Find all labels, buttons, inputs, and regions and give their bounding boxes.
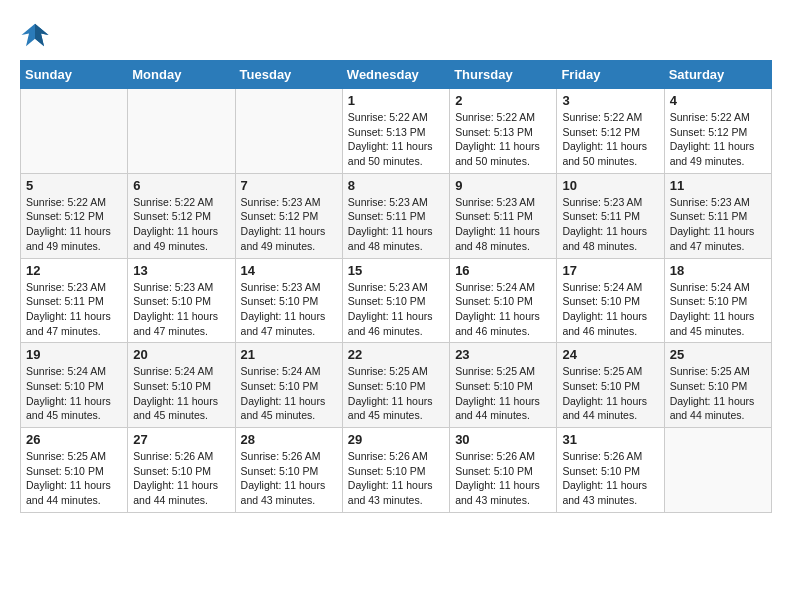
calendar-cell: 11Sunrise: 5:23 AMSunset: 5:11 PMDayligh… xyxy=(664,173,771,258)
day-info: Sunrise: 5:23 AMSunset: 5:11 PMDaylight:… xyxy=(455,195,551,254)
day-info: Sunrise: 5:24 AMSunset: 5:10 PMDaylight:… xyxy=(670,280,766,339)
day-info: Sunrise: 5:23 AMSunset: 5:11 PMDaylight:… xyxy=(562,195,658,254)
day-info: Sunrise: 5:22 AMSunset: 5:12 PMDaylight:… xyxy=(670,110,766,169)
calendar-cell: 16Sunrise: 5:24 AMSunset: 5:10 PMDayligh… xyxy=(450,258,557,343)
day-info: Sunrise: 5:24 AMSunset: 5:10 PMDaylight:… xyxy=(241,364,337,423)
calendar-cell: 2Sunrise: 5:22 AMSunset: 5:13 PMDaylight… xyxy=(450,89,557,174)
day-number: 31 xyxy=(562,432,658,447)
day-number: 28 xyxy=(241,432,337,447)
calendar-week-row: 5Sunrise: 5:22 AMSunset: 5:12 PMDaylight… xyxy=(21,173,772,258)
day-number: 24 xyxy=(562,347,658,362)
day-info: Sunrise: 5:23 AMSunset: 5:12 PMDaylight:… xyxy=(241,195,337,254)
weekday-header: Monday xyxy=(128,61,235,89)
day-info: Sunrise: 5:26 AMSunset: 5:10 PMDaylight:… xyxy=(133,449,229,508)
day-info: Sunrise: 5:23 AMSunset: 5:10 PMDaylight:… xyxy=(241,280,337,339)
day-info: Sunrise: 5:26 AMSunset: 5:10 PMDaylight:… xyxy=(241,449,337,508)
weekday-header: Tuesday xyxy=(235,61,342,89)
calendar-cell: 4Sunrise: 5:22 AMSunset: 5:12 PMDaylight… xyxy=(664,89,771,174)
day-info: Sunrise: 5:23 AMSunset: 5:10 PMDaylight:… xyxy=(133,280,229,339)
day-info: Sunrise: 5:23 AMSunset: 5:10 PMDaylight:… xyxy=(348,280,444,339)
day-number: 27 xyxy=(133,432,229,447)
day-info: Sunrise: 5:24 AMSunset: 5:10 PMDaylight:… xyxy=(26,364,122,423)
calendar-cell: 13Sunrise: 5:23 AMSunset: 5:10 PMDayligh… xyxy=(128,258,235,343)
calendar-cell xyxy=(235,89,342,174)
calendar-cell xyxy=(664,428,771,513)
day-info: Sunrise: 5:22 AMSunset: 5:13 PMDaylight:… xyxy=(455,110,551,169)
day-number: 14 xyxy=(241,263,337,278)
weekday-header: Thursday xyxy=(450,61,557,89)
day-number: 18 xyxy=(670,263,766,278)
day-number: 25 xyxy=(670,347,766,362)
calendar-cell: 12Sunrise: 5:23 AMSunset: 5:11 PMDayligh… xyxy=(21,258,128,343)
calendar-cell: 21Sunrise: 5:24 AMSunset: 5:10 PMDayligh… xyxy=(235,343,342,428)
weekday-header: Sunday xyxy=(21,61,128,89)
day-number: 8 xyxy=(348,178,444,193)
day-info: Sunrise: 5:22 AMSunset: 5:13 PMDaylight:… xyxy=(348,110,444,169)
day-info: Sunrise: 5:24 AMSunset: 5:10 PMDaylight:… xyxy=(133,364,229,423)
day-info: Sunrise: 5:23 AMSunset: 5:11 PMDaylight:… xyxy=(348,195,444,254)
day-number: 4 xyxy=(670,93,766,108)
day-number: 5 xyxy=(26,178,122,193)
logo-icon xyxy=(20,20,50,50)
calendar-cell xyxy=(128,89,235,174)
calendar-cell: 25Sunrise: 5:25 AMSunset: 5:10 PMDayligh… xyxy=(664,343,771,428)
calendar-cell: 30Sunrise: 5:26 AMSunset: 5:10 PMDayligh… xyxy=(450,428,557,513)
calendar-cell: 27Sunrise: 5:26 AMSunset: 5:10 PMDayligh… xyxy=(128,428,235,513)
day-number: 16 xyxy=(455,263,551,278)
calendar-cell: 10Sunrise: 5:23 AMSunset: 5:11 PMDayligh… xyxy=(557,173,664,258)
day-info: Sunrise: 5:26 AMSunset: 5:10 PMDaylight:… xyxy=(455,449,551,508)
day-info: Sunrise: 5:25 AMSunset: 5:10 PMDaylight:… xyxy=(26,449,122,508)
calendar-header-row: SundayMondayTuesdayWednesdayThursdayFrid… xyxy=(21,61,772,89)
day-number: 13 xyxy=(133,263,229,278)
day-info: Sunrise: 5:25 AMSunset: 5:10 PMDaylight:… xyxy=(348,364,444,423)
page-header xyxy=(20,20,772,50)
calendar-cell: 17Sunrise: 5:24 AMSunset: 5:10 PMDayligh… xyxy=(557,258,664,343)
day-info: Sunrise: 5:23 AMSunset: 5:11 PMDaylight:… xyxy=(670,195,766,254)
calendar-cell: 15Sunrise: 5:23 AMSunset: 5:10 PMDayligh… xyxy=(342,258,449,343)
calendar-cell: 29Sunrise: 5:26 AMSunset: 5:10 PMDayligh… xyxy=(342,428,449,513)
calendar-cell: 6Sunrise: 5:22 AMSunset: 5:12 PMDaylight… xyxy=(128,173,235,258)
calendar-cell: 23Sunrise: 5:25 AMSunset: 5:10 PMDayligh… xyxy=(450,343,557,428)
calendar-cell: 9Sunrise: 5:23 AMSunset: 5:11 PMDaylight… xyxy=(450,173,557,258)
day-info: Sunrise: 5:23 AMSunset: 5:11 PMDaylight:… xyxy=(26,280,122,339)
calendar-cell: 5Sunrise: 5:22 AMSunset: 5:12 PMDaylight… xyxy=(21,173,128,258)
calendar-week-row: 1Sunrise: 5:22 AMSunset: 5:13 PMDaylight… xyxy=(21,89,772,174)
day-number: 9 xyxy=(455,178,551,193)
day-info: Sunrise: 5:25 AMSunset: 5:10 PMDaylight:… xyxy=(455,364,551,423)
calendar-cell: 24Sunrise: 5:25 AMSunset: 5:10 PMDayligh… xyxy=(557,343,664,428)
day-info: Sunrise: 5:26 AMSunset: 5:10 PMDaylight:… xyxy=(562,449,658,508)
day-number: 10 xyxy=(562,178,658,193)
calendar-cell: 18Sunrise: 5:24 AMSunset: 5:10 PMDayligh… xyxy=(664,258,771,343)
calendar-cell: 8Sunrise: 5:23 AMSunset: 5:11 PMDaylight… xyxy=(342,173,449,258)
calendar-cell xyxy=(21,89,128,174)
day-info: Sunrise: 5:22 AMSunset: 5:12 PMDaylight:… xyxy=(26,195,122,254)
day-number: 11 xyxy=(670,178,766,193)
day-number: 26 xyxy=(26,432,122,447)
day-info: Sunrise: 5:25 AMSunset: 5:10 PMDaylight:… xyxy=(670,364,766,423)
calendar-cell: 20Sunrise: 5:24 AMSunset: 5:10 PMDayligh… xyxy=(128,343,235,428)
day-number: 2 xyxy=(455,93,551,108)
day-number: 7 xyxy=(241,178,337,193)
day-info: Sunrise: 5:22 AMSunset: 5:12 PMDaylight:… xyxy=(133,195,229,254)
day-number: 6 xyxy=(133,178,229,193)
day-number: 17 xyxy=(562,263,658,278)
day-number: 29 xyxy=(348,432,444,447)
calendar-cell: 31Sunrise: 5:26 AMSunset: 5:10 PMDayligh… xyxy=(557,428,664,513)
day-number: 1 xyxy=(348,93,444,108)
calendar-cell: 26Sunrise: 5:25 AMSunset: 5:10 PMDayligh… xyxy=(21,428,128,513)
calendar-cell: 3Sunrise: 5:22 AMSunset: 5:12 PMDaylight… xyxy=(557,89,664,174)
calendar-cell: 1Sunrise: 5:22 AMSunset: 5:13 PMDaylight… xyxy=(342,89,449,174)
day-number: 19 xyxy=(26,347,122,362)
weekday-header: Wednesday xyxy=(342,61,449,89)
day-number: 23 xyxy=(455,347,551,362)
calendar-cell: 19Sunrise: 5:24 AMSunset: 5:10 PMDayligh… xyxy=(21,343,128,428)
day-info: Sunrise: 5:25 AMSunset: 5:10 PMDaylight:… xyxy=(562,364,658,423)
day-number: 30 xyxy=(455,432,551,447)
calendar-table: SundayMondayTuesdayWednesdayThursdayFrid… xyxy=(20,60,772,513)
logo xyxy=(20,20,54,50)
calendar-cell: 22Sunrise: 5:25 AMSunset: 5:10 PMDayligh… xyxy=(342,343,449,428)
day-info: Sunrise: 5:26 AMSunset: 5:10 PMDaylight:… xyxy=(348,449,444,508)
day-number: 15 xyxy=(348,263,444,278)
weekday-header: Saturday xyxy=(664,61,771,89)
weekday-header: Friday xyxy=(557,61,664,89)
